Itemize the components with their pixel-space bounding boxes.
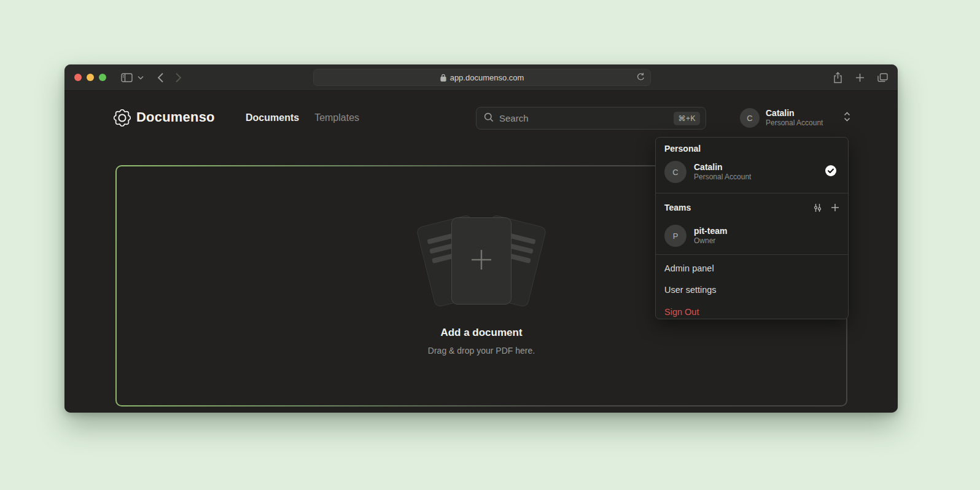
avatar: C (664, 161, 686, 183)
menu-divider (656, 254, 848, 255)
menu-item-personal-account[interactable]: C Catalin Personal Account (661, 156, 843, 188)
menu-divider (656, 193, 848, 193)
search-icon (484, 112, 494, 125)
share-icon[interactable] (833, 72, 842, 84)
desktop-background: app.documenso.com (0, 0, 980, 490)
browser-toolbar: app.documenso.com (64, 64, 898, 90)
dropzone-title: Add a document (440, 327, 522, 339)
sidebar-chevron-down-icon[interactable] (138, 76, 144, 80)
close-window-button[interactable] (74, 74, 82, 81)
back-button[interactable] (157, 72, 164, 83)
documenso-app-page: Documenso Documents Templates ⌘+K C (64, 90, 898, 413)
address-text: app.documenso.com (450, 73, 524, 82)
search-input[interactable] (499, 113, 674, 123)
lock-icon (440, 74, 446, 82)
team-preferences-icon[interactable] (813, 203, 822, 212)
document-stack-illustration (414, 216, 549, 308)
browser-window: app.documenso.com (64, 64, 898, 413)
main-nav: Documents Templates (246, 112, 359, 123)
search-shortcut-badge: ⌘+K (674, 112, 700, 125)
personal-account-subtitle: Personal Account (694, 173, 751, 182)
address-bar[interactable]: app.documenso.com (313, 69, 651, 86)
nav-item-templates[interactable]: Templates (314, 112, 359, 123)
brand-name[interactable]: Documenso (136, 109, 215, 125)
menu-item-team-pit-team[interactable]: P pit-team Owner (661, 220, 843, 252)
check-circle-icon (825, 165, 837, 179)
avatar: C (740, 108, 760, 128)
nav-item-documents[interactable]: Documents (246, 112, 299, 123)
forward-button[interactable] (175, 72, 182, 83)
team-role: Owner (694, 236, 727, 246)
add-team-icon[interactable] (831, 203, 839, 212)
zoom-window-button[interactable] (99, 74, 106, 81)
plus-icon (468, 246, 495, 276)
account-menu-button[interactable]: C Catalin Personal Account (740, 106, 850, 130)
new-tab-icon[interactable] (855, 73, 865, 82)
account-name: Catalin (766, 108, 823, 119)
team-name: pit-team (694, 225, 727, 236)
menu-section-personal: Personal (664, 144, 701, 154)
tab-overview-icon[interactable] (877, 73, 888, 82)
dropzone-subtitle: Drag & drop your PDF here. (428, 346, 535, 356)
account-subtitle: Personal Account (766, 119, 823, 128)
chevron-up-down-icon (844, 112, 850, 124)
sidebar-toggle-icon[interactable] (121, 73, 133, 82)
search-bar[interactable]: ⌘+K (476, 107, 706, 130)
menu-item-admin-panel[interactable]: Admin panel (661, 258, 843, 279)
menu-section-teams: Teams (664, 203, 691, 212)
documenso-logo-icon[interactable] (114, 109, 131, 126)
menu-item-user-settings[interactable]: User settings (661, 279, 843, 300)
menu-item-sign-out[interactable]: Sign Out (661, 301, 843, 319)
personal-account-name: Catalin (694, 161, 751, 173)
account-dropdown-menu: Personal C Catalin Personal Account (655, 137, 849, 319)
minimize-window-button[interactable] (87, 74, 94, 81)
traffic-lights (74, 74, 106, 81)
avatar: P (664, 225, 686, 247)
document-card-front (451, 217, 511, 305)
reload-icon[interactable] (637, 72, 645, 84)
